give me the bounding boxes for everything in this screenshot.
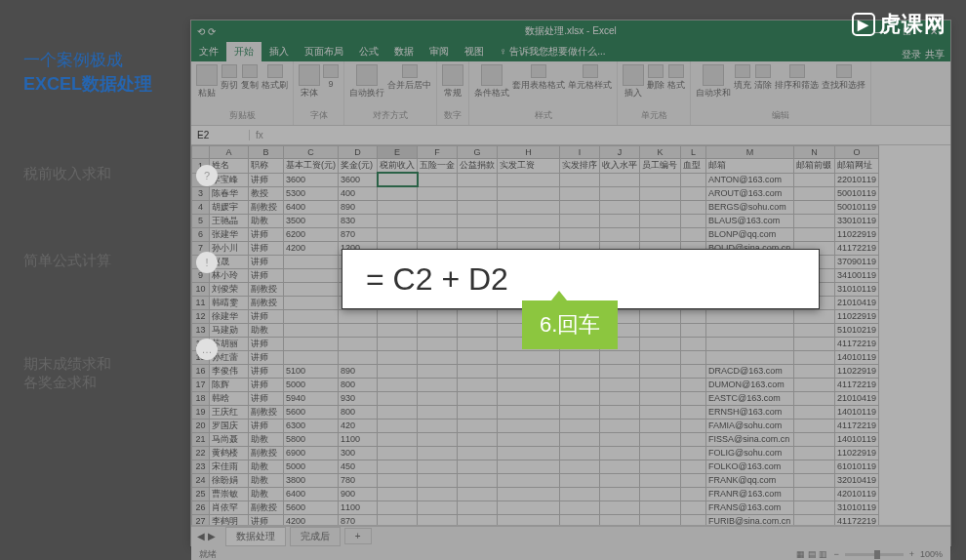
ribbon-填充[interactable]: 填充 <box>734 64 751 92</box>
ribbon-删除[interactable]: 删除 <box>647 64 664 92</box>
tab-layout[interactable]: 页面布局 <box>297 42 351 61</box>
status-text: 就绪 <box>199 548 217 561</box>
ribbon-单元格样式[interactable]: 单元格样式 <box>568 64 612 92</box>
tab-review[interactable]: 审阅 <box>422 42 457 61</box>
fx-icon[interactable]: fx <box>250 130 269 140</box>
view-buttons[interactable]: ▦ ▤ ▥ <box>796 549 827 559</box>
step-badge: ! <box>196 252 218 273</box>
tab-home[interactable]: 开始 <box>226 42 262 61</box>
tab-data[interactable]: 数据 <box>386 42 422 61</box>
watermark-text: 虎课网 <box>879 10 946 39</box>
status-bar: 就绪 ▦ ▤ ▥ − + 100% <box>191 545 950 560</box>
watermark: ▶ 虎课网 <box>852 10 946 39</box>
ribbon-插入[interactable]: 插入 <box>623 64 644 100</box>
tell-me[interactable]: ♀ 告诉我您想要做什么... <box>492 42 614 61</box>
window-title: 数据处理.xlsx - Excel <box>525 24 616 38</box>
ribbon-条件格式[interactable]: 条件格式 <box>474 64 509 100</box>
course-step-2: 简单公式计算 ! <box>23 252 190 270</box>
step-badge: … <box>196 339 218 360</box>
sheet-tabs: ◀ ▶ 数据处理 完成后 + <box>191 526 950 545</box>
ribbon-tabs: 文件 开始 插入 页面布局 公式 数据 审阅 视图 ♀ 告诉我您想要做什么...… <box>191 42 950 61</box>
ribbon-自动求和[interactable]: 自动求和 <box>696 64 731 100</box>
ribbon-格式刷[interactable]: 格式刷 <box>262 64 288 92</box>
ribbon-查找和选择[interactable]: 查找和选择 <box>822 64 865 92</box>
login-link[interactable]: 登录 <box>902 48 921 61</box>
course-sidebar: 一个案例极成 EXCEL数据处理 税前收入求和 ? 简单公式计算 ! 期末成绩求… <box>0 0 190 560</box>
zoom-slider[interactable] <box>845 553 904 556</box>
share-button[interactable]: 共享 <box>925 48 945 61</box>
sheet-tab-active[interactable]: 数据处理 <box>225 527 286 546</box>
ribbon: 粘贴剪切复制格式刷剪贴板宋体9字体自动换行合并后居中对齐方式常规数字条件格式套用… <box>191 61 950 126</box>
sheet-nav[interactable]: ◀ ▶ <box>191 531 221 541</box>
ribbon-常规[interactable]: 常规 <box>442 64 463 100</box>
ribbon-宋体[interactable]: 宋体 <box>299 64 320 100</box>
add-sheet-button[interactable]: + <box>344 528 372 544</box>
formula-bar: E2 fx <box>191 126 950 145</box>
ribbon-清除[interactable]: 清除 <box>754 64 772 92</box>
zoom-out[interactable]: − <box>833 549 838 559</box>
zoom-level[interactable]: 100% <box>920 549 943 559</box>
zoom-in[interactable]: + <box>909 549 914 559</box>
course-step-3: 期末成绩求和 各奖金求和 … <box>23 339 190 409</box>
watermark-icon: ▶ <box>852 13 875 36</box>
tab-file[interactable]: 文件 <box>191 42 226 61</box>
name-box[interactable]: E2 <box>191 130 250 140</box>
ribbon-9[interactable]: 9 <box>323 64 339 89</box>
tab-insert[interactable]: 插入 <box>262 42 297 61</box>
ribbon-复制[interactable]: 复制 <box>241 64 259 92</box>
step-badge: ? <box>196 165 218 186</box>
tab-formulas[interactable]: 公式 <box>351 42 386 61</box>
sheet-tab[interactable]: 完成后 <box>290 527 341 546</box>
ribbon-自动换行[interactable]: 自动换行 <box>349 64 384 100</box>
course-title: 一个案例极成 EXCEL数据处理 <box>23 49 190 97</box>
ribbon-排序和筛选[interactable]: 排序和筛选 <box>775 64 819 92</box>
ribbon-粘贴[interactable]: 粘贴 <box>196 64 218 100</box>
ribbon-合并后居中[interactable]: 合并后居中 <box>387 64 431 92</box>
enter-callout: 6.回车 <box>522 300 618 349</box>
ribbon-剪切[interactable]: 剪切 <box>221 64 238 92</box>
ribbon-格式[interactable]: 格式 <box>667 64 685 92</box>
quick-access[interactable]: ⟲ ⟳ <box>191 26 221 37</box>
ribbon-套用表格格式[interactable]: 套用表格格式 <box>512 64 565 92</box>
course-step-1: 税前收入求和 ? <box>23 165 190 183</box>
titlebar: ⟲ ⟳ 数据处理.xlsx - Excel — ☐ ✕ <box>191 20 950 42</box>
tab-view[interactable]: 视图 <box>457 42 492 61</box>
